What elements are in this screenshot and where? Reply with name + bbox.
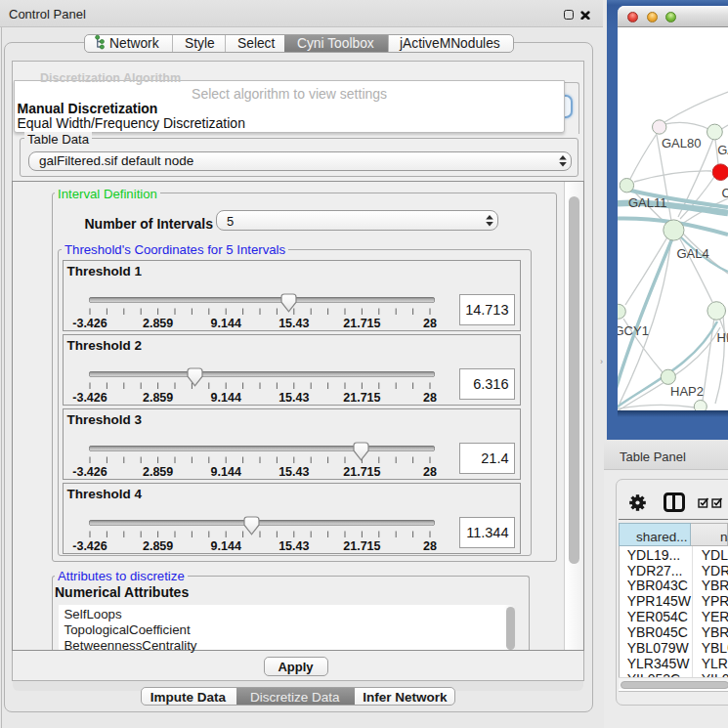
svg-text:CYC: CYC xyxy=(722,186,728,200)
svg-text:HIS: HIS xyxy=(717,330,728,345)
svg-text:GCY1: GCY1 xyxy=(618,323,649,338)
svg-text:HAP2: HAP2 xyxy=(670,384,704,399)
svg-text:GAL80: GAL80 xyxy=(662,136,701,150)
svg-text:GAL4: GAL4 xyxy=(676,246,708,261)
svg-text:GAL2: GAL2 xyxy=(717,143,728,157)
svg-text:GAL11: GAL11 xyxy=(628,195,667,210)
